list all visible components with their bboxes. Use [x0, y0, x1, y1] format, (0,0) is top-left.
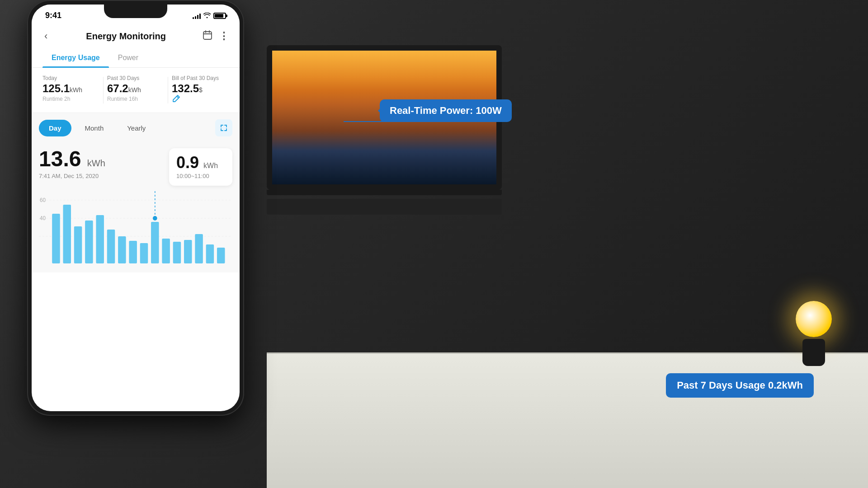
svg-rect-19 — [151, 222, 159, 263]
realtime-power-tooltip: Real-Time Power: 100W — [380, 99, 512, 122]
energy-detail-number: 0.9 — [176, 153, 199, 172]
period-selector: Day Month Yearly — [32, 113, 240, 143]
stat-today-number: 125.1 — [42, 82, 70, 94]
connector-line — [344, 121, 384, 122]
calendar-icon[interactable] — [203, 30, 212, 42]
svg-rect-15 — [107, 230, 115, 263]
svg-text:60: 60 — [40, 197, 46, 203]
wifi-icon — [203, 12, 211, 19]
signal-bar-3 — [197, 15, 198, 19]
battery-icon — [213, 13, 226, 19]
stat-today-unit: kWh — [70, 86, 82, 94]
lamp-globe — [796, 301, 832, 337]
signal-bar-4 — [199, 14, 201, 19]
svg-rect-18 — [140, 243, 148, 263]
svg-rect-22 — [162, 239, 170, 263]
back-button[interactable]: ‹ — [42, 28, 49, 44]
page-title: Energy Monitoring — [49, 31, 203, 42]
svg-rect-14 — [96, 215, 104, 263]
energy-main-number: 13.6 — [39, 147, 81, 171]
battery-fill — [215, 14, 223, 18]
more-options-icon[interactable]: ⋮ — [219, 30, 229, 42]
svg-rect-12 — [74, 226, 82, 263]
svg-point-21 — [153, 216, 157, 221]
room-shelf — [267, 352, 868, 488]
stat-today-value: 125.1kWh — [42, 83, 99, 94]
signal-bar-2 — [195, 16, 196, 19]
stat-bill: Bill of Past 30 Days 132.5$ — [172, 75, 229, 105]
energy-detail-time: 10:00~11:00 — [176, 173, 225, 179]
phone-screen: 9:41 — [32, 5, 240, 411]
tv-stand — [267, 190, 502, 195]
stat-today-sub: Runtime 2h — [42, 96, 99, 102]
chart-area: 60 40 — [32, 191, 240, 272]
svg-rect-27 — [217, 248, 225, 263]
svg-rect-17 — [129, 241, 137, 263]
stat-today-label: Today — [42, 75, 99, 81]
stat-today: Today 125.1kWh Runtime 2h — [42, 75, 99, 105]
energy-main-unit: kWh — [87, 158, 105, 168]
stat-divider-2 — [168, 77, 168, 103]
period-yearly-button[interactable]: Yearly — [117, 120, 156, 136]
stat-past30-label: Past 30 Days — [107, 75, 164, 81]
expand-chart-button[interactable] — [215, 119, 232, 136]
stat-bill-number: 132.5 — [172, 82, 199, 94]
signal-bars — [193, 13, 201, 19]
tab-energy-usage[interactable]: Energy Usage — [42, 48, 109, 67]
stat-past30-unit: kWh — [128, 86, 141, 94]
energy-main-time: 7:41 AM, Dec 15, 2020 — [39, 173, 165, 179]
tab-energy-usage-label: Energy Usage — [52, 54, 100, 61]
chart-svg: 60 40 — [39, 191, 232, 263]
edit-bill-icon[interactable] — [172, 94, 229, 105]
stat-divider-1 — [103, 77, 104, 103]
status-icons — [193, 12, 226, 19]
stats-section: Today 125.1kWh Runtime 2h Past 30 Days 6… — [32, 68, 240, 113]
tab-power[interactable]: Power — [109, 48, 147, 67]
phone-container: 9:41 — [27, 0, 253, 407]
svg-rect-13 — [85, 221, 93, 263]
svg-rect-16 — [118, 236, 126, 263]
energy-detail-unit: kWh — [203, 162, 218, 169]
svg-rect-11 — [63, 205, 71, 263]
tabs-container: Energy Usage Power — [32, 48, 240, 68]
period-month-button[interactable]: Month — [75, 120, 114, 136]
energy-detail-value: 0.9 kWh — [176, 155, 225, 171]
stat-past30-value: 67.2kWh — [107, 83, 164, 94]
svg-rect-23 — [173, 242, 181, 263]
tv-unit — [267, 45, 520, 325]
stat-past30: Past 30 Days 67.2kWh Runtime 16h — [107, 75, 164, 105]
svg-rect-0 — [203, 32, 212, 39]
past-usage-tooltip: Past 7 Days Usage 0.2kWh — [666, 373, 814, 398]
past-usage-label: Past 7 Days Usage 0.2kWh — [677, 380, 803, 391]
energy-detail-card: 0.9 kWh 10:00~11:00 — [169, 148, 232, 186]
svg-rect-25 — [195, 234, 203, 263]
app-header: ‹ Energy Monitoring ⋮ — [32, 24, 240, 48]
energy-display: 13.6 kWh 7:41 AM, Dec 15, 2020 0.9 kWh 1… — [32, 143, 240, 191]
lamp-base — [802, 339, 825, 366]
tab-power-label: Power — [118, 54, 138, 61]
stat-bill-value: 132.5$ — [172, 83, 229, 94]
status-time: 9:41 — [45, 11, 61, 20]
header-icons: ⋮ — [203, 30, 229, 42]
phone-notch — [104, 5, 167, 18]
tv-soundbar — [267, 199, 502, 215]
stat-past30-number: 67.2 — [107, 82, 128, 94]
period-day-button[interactable]: Day — [39, 120, 71, 136]
svg-rect-26 — [206, 244, 214, 263]
energy-main: 13.6 kWh 7:41 AM, Dec 15, 2020 — [39, 148, 165, 179]
stat-bill-unit: $ — [199, 86, 203, 94]
phone-shell: 9:41 — [27, 0, 244, 416]
stat-past30-sub: Runtime 16h — [107, 96, 164, 102]
realtime-power-label: Real-Time Power: 100W — [390, 105, 502, 116]
svg-text:40: 40 — [40, 215, 46, 221]
svg-rect-10 — [52, 214, 60, 263]
svg-rect-24 — [184, 240, 192, 263]
lamp — [796, 301, 832, 366]
stat-bill-label: Bill of Past 30 Days — [172, 75, 229, 81]
energy-main-value: 13.6 kWh — [39, 148, 165, 170]
signal-bar-1 — [193, 17, 194, 19]
